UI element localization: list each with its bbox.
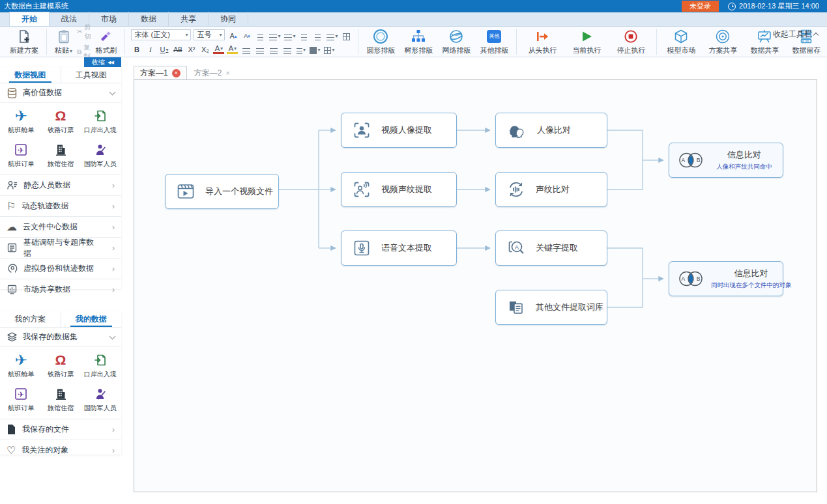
dataset-flight-manifest[interactable]: ✈ 航班舱单	[1, 105, 41, 137]
cut-button[interactable]: ✂ 剪切	[77, 23, 91, 41]
font-family-select[interactable]: 宋体 (正文) ▾	[131, 29, 191, 40]
circle-layout-button[interactable]: 圆形排版	[362, 28, 399, 56]
tab-my-data[interactable]: 我的数据	[61, 311, 122, 327]
ribbon-tab-share[interactable]: 共享	[169, 12, 209, 26]
node-voiceprint-compare[interactable]: 声纹比对	[495, 172, 607, 207]
decrease-indent-button[interactable]	[298, 30, 310, 40]
dataset-flight-manifest[interactable]: ✈ 航班舱单	[1, 350, 41, 381]
run-current-button[interactable]: 当前执行	[564, 28, 609, 56]
file-icon	[7, 424, 16, 435]
highlight-button[interactable]: A▾	[227, 44, 238, 54]
category-cloud-file[interactable]: ☁ 云文件中心数据 ›	[0, 216, 121, 237]
sidebar-collapse-button[interactable]: 收缩 ◀◀	[84, 57, 121, 67]
network-layout-button[interactable]: 网络排版	[437, 28, 475, 56]
node-video-face-extract[interactable]: 视频人像提取	[341, 113, 457, 148]
node-import-video[interactable]: 导入一个视频文件	[165, 174, 279, 209]
increase-indent-button[interactable]	[312, 30, 323, 40]
table-button[interactable]	[341, 30, 352, 40]
run-from-start-button[interactable]: 从头执行	[520, 28, 564, 56]
collapse-toolbar-button[interactable]: 收起工具栏	[773, 29, 818, 40]
node-speech-text-extract[interactable]: 语音文本提取	[341, 231, 457, 266]
dataset-hotel-stay[interactable]: 旅馆住宿	[41, 384, 81, 415]
dataset-border-entry[interactable]: 口岸出入境	[80, 350, 120, 381]
bullet-list-button[interactable]: ▾	[268, 30, 281, 40]
justify-button[interactable]	[282, 44, 293, 54]
align-center-button[interactable]	[254, 44, 265, 54]
saved-datasets-header[interactable]: 我保存的数据集	[0, 328, 121, 347]
tab-data-view[interactable]: 数据视图	[0, 67, 61, 83]
stop-icon	[623, 29, 639, 44]
ribbon-tab-start[interactable]: 开始	[9, 12, 50, 26]
tab-my-plans[interactable]: 我的方案	[0, 311, 61, 327]
clear-format-icon	[257, 35, 263, 40]
dataset-rail-ticket[interactable]: Ω 铁路订票	[41, 350, 81, 381]
align-right-button[interactable]	[268, 44, 279, 54]
svg-text:✈: ✈	[18, 390, 24, 399]
dataset-rail-ticket[interactable]: Ω 铁路订票	[41, 105, 81, 137]
tab-tool-view[interactable]: 工具视图	[61, 67, 122, 83]
high-value-data-header[interactable]: 高价值数据	[0, 83, 121, 103]
node-other-files-lexicon[interactable]: 其他文件提取词库	[495, 290, 607, 325]
format-painter-button[interactable]: 格式刷	[91, 28, 121, 56]
stop-button[interactable]: 停止执行	[609, 28, 653, 56]
sort-button[interactable]: ▾	[326, 30, 338, 40]
model-market-button[interactable]: 模型市场	[660, 28, 702, 56]
category-survey-library[interactable]: 基础调研与专题库数据 ›	[0, 237, 121, 258]
node-face-compare[interactable]: 人像比对	[495, 113, 607, 148]
node-info-compare-1[interactable]: A B 信息比对 人像和声纹共同命中	[669, 143, 783, 178]
node-keyword-extract[interactable]: A 关键字提取	[495, 231, 607, 266]
tree-layout-icon	[410, 29, 427, 44]
category-static-person[interactable]: 静态人员数据 ›	[0, 175, 121, 195]
shading-button[interactable]: ▾	[309, 44, 321, 54]
paste-button[interactable]: 粘贴▾	[50, 28, 77, 56]
underline-button[interactable]: U▾	[158, 44, 169, 54]
dataset-hotel-stay[interactable]: 旅馆住宿	[41, 139, 81, 171]
category-dynamic-track[interactable]: ⚐ 动态轨迹数据 ›	[0, 195, 121, 216]
numbered-list-button[interactable]: ▾	[283, 30, 296, 40]
flow-canvas[interactable]: 导入一个视频文件 视频人像提取	[134, 79, 817, 492]
borders-button[interactable]: ▾	[323, 44, 335, 54]
bold-button[interactable]: B	[131, 44, 142, 54]
ribbon-tab-market[interactable]: 市场	[89, 12, 129, 26]
tree-layout-button[interactable]: 树形排版	[399, 28, 437, 56]
ribbon-tab-data[interactable]: 数据	[129, 12, 169, 26]
copy-icon: ⧉	[77, 48, 81, 56]
dataset-military-personnel[interactable]: 国防军人员	[80, 384, 120, 415]
font-color-button[interactable]: A▾	[213, 44, 224, 54]
dataset-flight-order[interactable]: ✈ 航班订单	[1, 384, 41, 415]
shrink-font-button[interactable]: A▾	[241, 30, 252, 40]
plan-tab-1[interactable]: 方案—1 ×	[134, 66, 187, 80]
row-my-followed-objects[interactable]: ♡ 我关注的对象 ›	[0, 440, 121, 460]
italic-button[interactable]: I	[145, 44, 156, 54]
category-virtual-identity[interactable]: 虚拟身份和轨迹数据 ›	[0, 258, 121, 279]
category-market-share-data[interactable]: 市场共享数据 ›	[0, 279, 121, 300]
plan-share-button[interactable]: 方案共享	[702, 28, 744, 56]
align-left-button[interactable]	[240, 44, 252, 54]
grow-mark-icon: ▴	[235, 32, 237, 40]
ribbon-tab-collab[interactable]: 协同	[209, 12, 248, 26]
grow-font-button[interactable]: A▴	[227, 30, 239, 40]
close-tab-icon[interactable]: ×	[172, 69, 181, 77]
soldier-icon	[93, 385, 108, 402]
railway-icon: Ω	[55, 352, 66, 369]
align-center-icon	[256, 48, 264, 54]
subscript-button[interactable]: X₂	[199, 44, 210, 54]
font-size-select[interactable]: 五号 ▾	[194, 29, 225, 40]
ribbon-toolbar: 新建方案 粘贴▾ ✂ 剪切 ⧉ 复制 格式刷	[0, 27, 827, 57]
new-plan-button[interactable]: 新建方案	[5, 28, 43, 56]
plan-tab-2[interactable]: 方案—2 ×	[188, 66, 236, 80]
strikethrough-button[interactable]: AB	[172, 44, 183, 54]
line-spacing-button[interactable]: ▾	[295, 44, 306, 54]
dataset-flight-order[interactable]: ✈ 航班订单	[1, 139, 41, 171]
dataset-military-personnel[interactable]: 国防军人员	[80, 139, 120, 171]
node-info-compare-2[interactable]: A B 信息比对 同时出现在多个文件中的对象	[669, 261, 783, 296]
superscript-button[interactable]: X²	[186, 44, 197, 54]
row-my-saved-files[interactable]: 我保存的文件 ›	[0, 419, 121, 440]
chevron-right-icon: ›	[112, 425, 115, 434]
node-video-voiceprint-extract[interactable]: 视频声纹提取	[341, 172, 457, 207]
dataset-border-entry[interactable]: 口岸出入境	[80, 105, 120, 137]
login-status-badge[interactable]: 未登录	[682, 1, 719, 12]
close-tab-icon[interactable]: ×	[225, 70, 229, 77]
clear-format-button[interactable]	[255, 30, 266, 40]
other-layout-button[interactable]: 其他 其他排版	[475, 28, 513, 56]
